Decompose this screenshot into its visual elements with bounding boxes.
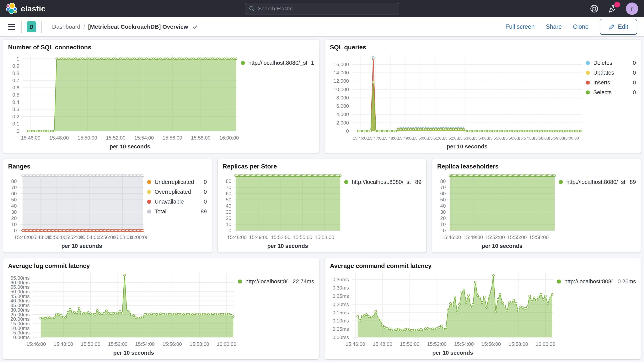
legend-item[interactable]: http://localhost:8080/_sta...89 bbox=[559, 179, 636, 185]
svg-text:15:49:00: 15:49:00 bbox=[249, 234, 268, 240]
breadcrumb: Dashboard / [Metricbeat CockroachDB] Ove… bbox=[52, 24, 198, 30]
svg-text:0.20ms: 0.20ms bbox=[332, 302, 349, 307]
legend-label: Updates bbox=[593, 70, 614, 76]
legend-series-dot bbox=[586, 71, 590, 75]
svg-text:15:54:00: 15:54:00 bbox=[134, 135, 154, 141]
chart-body: 0.00ms0.05ms0.10ms0.15ms0.20ms0.25ms0.30… bbox=[330, 270, 636, 358]
svg-text:0.35ms: 0.35ms bbox=[332, 277, 349, 282]
legend-label: http://localhost:8080/_sta... bbox=[566, 179, 626, 185]
title-check-icon[interactable] bbox=[192, 24, 198, 30]
legend-item[interactable]: http://localhost:808...22.74ms bbox=[238, 278, 314, 285]
svg-text:0.3: 0.3 bbox=[12, 106, 19, 112]
legend-series-dot bbox=[147, 200, 151, 204]
svg-text:20: 20 bbox=[11, 215, 17, 221]
svg-text:15:58:00: 15:58:00 bbox=[529, 234, 549, 240]
legend-item[interactable]: Deletes0 bbox=[586, 60, 636, 66]
legend-label: Underreplicated bbox=[155, 179, 194, 185]
svg-text:15:58:00: 15:58:00 bbox=[315, 234, 334, 240]
legend-series-dot bbox=[559, 180, 563, 184]
replica-leaseholders-chart[interactable]: 0102030405060708015:46:0015:49:0015:52:0… bbox=[437, 171, 559, 251]
legend-item[interactable]: Selects0 bbox=[586, 89, 636, 96]
panel-replicas-per-store: Replicas per Store 0102030405060708015:4… bbox=[218, 159, 426, 252]
svg-text:15:59:00: 15:59:00 bbox=[548, 136, 564, 140]
share-link[interactable]: Share bbox=[546, 23, 562, 30]
help-button[interactable] bbox=[590, 4, 599, 13]
legend-series-dot bbox=[147, 210, 151, 214]
svg-text:15:56:00: 15:56:00 bbox=[162, 341, 182, 347]
panel-title: SQL queries bbox=[330, 44, 636, 51]
svg-text:per 10 seconds: per 10 seconds bbox=[113, 350, 154, 356]
legend-item[interactable]: Overreplicated0 bbox=[147, 189, 207, 195]
search-input[interactable] bbox=[258, 6, 395, 12]
legend-value: 0 bbox=[200, 189, 207, 195]
svg-text:50: 50 bbox=[226, 197, 232, 202]
svg-text:15:56:00: 15:56:00 bbox=[503, 136, 519, 140]
svg-text:60: 60 bbox=[226, 191, 232, 196]
svg-text:80: 80 bbox=[226, 178, 232, 184]
command-commit-latency-chart[interactable]: 0.00ms0.05ms0.10ms0.15ms0.20ms0.25ms0.30… bbox=[330, 270, 557, 358]
svg-text:70: 70 bbox=[226, 184, 232, 190]
edit-button[interactable]: Edit bbox=[600, 19, 637, 35]
full-screen-link[interactable]: Full screen bbox=[505, 23, 535, 30]
legend-value: 0 bbox=[200, 179, 207, 185]
legend-item[interactable]: Unavailable0 bbox=[147, 198, 207, 205]
svg-text:15:56:00: 15:56:00 bbox=[482, 341, 501, 347]
chart-legend: http://localhost:8080/_sta...89 bbox=[559, 171, 636, 251]
legend-item[interactable]: Updates0 bbox=[586, 70, 636, 76]
svg-text:0.1: 0.1 bbox=[12, 121, 19, 127]
clone-link[interactable]: Clone bbox=[573, 23, 589, 30]
sql-connections-chart[interactable]: 00.10.20.30.40.50.60.70.80.9115:46:0015:… bbox=[8, 52, 241, 152]
legend-item[interactable]: http://localhost:8080/_stat...1 bbox=[241, 60, 314, 66]
svg-text:15:48:00: 15:48:00 bbox=[373, 341, 392, 347]
legend-value: 22.74ms bbox=[288, 278, 314, 285]
legend-label: Overreplicated bbox=[155, 189, 191, 195]
legend-value: 89 bbox=[411, 179, 421, 185]
legend-item[interactable]: Total89 bbox=[147, 208, 207, 215]
legend-label: Unavailable bbox=[155, 198, 184, 205]
panel-title: Average log commit latency bbox=[8, 262, 314, 270]
chart-body: 0102030405060708015:46:0015:49:0015:52:0… bbox=[223, 171, 422, 251]
svg-text:15:48:00: 15:48:00 bbox=[54, 341, 73, 347]
chart-legend: http://localhost:8080/_sta...89 bbox=[344, 171, 421, 251]
top-navigation-bar: elastic r bbox=[0, 0, 644, 17]
sql-queries-chart[interactable]: 02,0004,0006,0008,00010,00012,00014,0001… bbox=[330, 52, 586, 152]
legend-value: 0 bbox=[628, 60, 636, 66]
global-search-bar[interactable] bbox=[245, 3, 399, 14]
legend-item[interactable]: http://localhost:8080/_sta...89 bbox=[344, 179, 421, 185]
breadcrumb-dashboard-link[interactable]: Dashboard bbox=[52, 24, 80, 30]
legend-item[interactable]: http://localhost:8080...0.26ms bbox=[557, 278, 636, 285]
svg-text:40: 40 bbox=[11, 203, 17, 209]
legend-item[interactable]: Inserts0 bbox=[586, 80, 636, 86]
svg-text:0.2: 0.2 bbox=[12, 114, 19, 120]
svg-text:0.15ms: 0.15ms bbox=[332, 310, 349, 316]
svg-text:0.9: 0.9 bbox=[12, 63, 19, 69]
svg-text:16,000: 16,000 bbox=[334, 62, 349, 67]
svg-text:50: 50 bbox=[440, 197, 446, 202]
panel-row-2: Ranges 0102030405060708015:46:0015:48:00… bbox=[3, 159, 641, 252]
svg-text:15:58:00: 15:58:00 bbox=[508, 341, 528, 347]
ranges-chart[interactable]: 0102030405060708015:46:0015:48:0015:50:0… bbox=[8, 171, 147, 251]
user-avatar[interactable]: r bbox=[626, 2, 638, 15]
svg-text:50: 50 bbox=[11, 197, 17, 202]
log-commit-latency-chart[interactable]: 0.00ms5.00ms10.00ms15.00ms20.00ms25.00ms… bbox=[8, 270, 238, 358]
legend-label: http://localhost:8080/_sta... bbox=[352, 179, 411, 185]
legend-value: 89 bbox=[626, 179, 636, 185]
svg-text:15:46:00: 15:46:00 bbox=[353, 136, 369, 140]
replicas-per-store-chart[interactable]: 0102030405060708015:46:0015:49:0015:52:0… bbox=[223, 171, 344, 251]
legend-item[interactable]: Underreplicated0 bbox=[147, 179, 207, 185]
svg-text:per 10 seconds: per 10 seconds bbox=[447, 144, 488, 150]
menu-button[interactable] bbox=[7, 23, 16, 31]
svg-text:0.4: 0.4 bbox=[12, 99, 19, 105]
newsfeed-button[interactable] bbox=[607, 4, 618, 14]
svg-text:15:49:00: 15:49:00 bbox=[464, 234, 483, 240]
elastic-logo[interactable]: elastic bbox=[6, 3, 46, 15]
legend-value: 1 bbox=[307, 60, 314, 66]
svg-text:16:00:00: 16:00:00 bbox=[563, 136, 579, 140]
svg-text:15:58:00: 15:58:00 bbox=[190, 341, 209, 347]
dashboard-content: Number of SQL connections 00.10.20.30.40… bbox=[0, 36, 644, 362]
svg-text:10: 10 bbox=[226, 222, 232, 227]
panel-title: Ranges bbox=[8, 163, 207, 170]
svg-text:15:48:00: 15:48:00 bbox=[49, 135, 69, 141]
space-badge[interactable]: D bbox=[26, 21, 36, 32]
chart-body: 0102030405060708015:46:0015:48:0015:50:0… bbox=[8, 171, 207, 251]
